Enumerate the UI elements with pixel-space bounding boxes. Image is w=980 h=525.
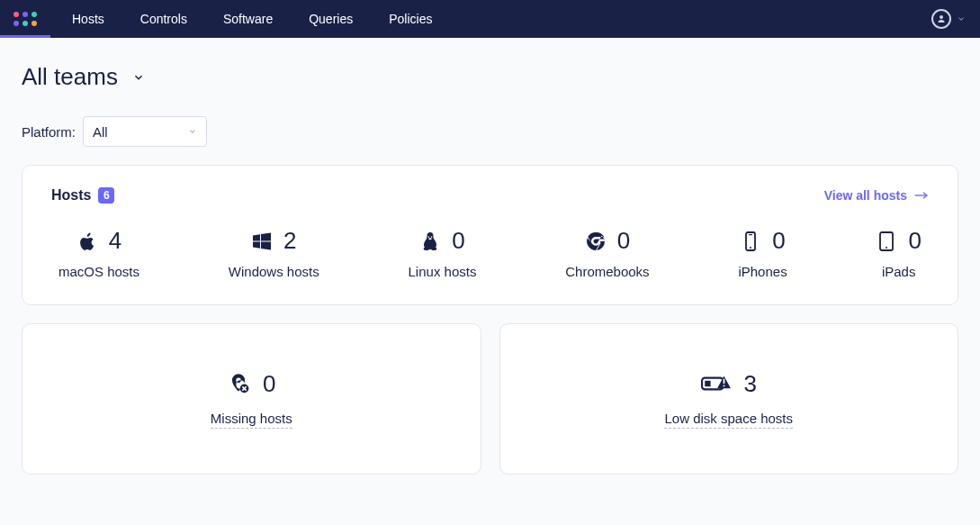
avatar-icon: [931, 9, 951, 29]
svg-point-5: [886, 247, 887, 249]
nav-queries[interactable]: Queries: [309, 12, 353, 26]
ipad-icon: [876, 231, 897, 252]
top-nav: Hosts Controls Software Queries Policies: [0, 0, 980, 38]
logo-dot: [22, 12, 28, 17]
platform-windows-label: Windows hosts: [229, 264, 319, 279]
platform-ipad-count: 0: [908, 227, 921, 255]
nav-hosts[interactable]: Hosts: [72, 12, 104, 26]
arrow-right-icon: [914, 190, 929, 201]
platform-macos-count: 4: [109, 227, 121, 255]
svg-point-3: [750, 247, 751, 249]
platform-chrome[interactable]: 0 Chromebooks: [565, 227, 649, 279]
platform-windows-count: 2: [283, 227, 296, 255]
platform-chrome-label: Chromebooks: [565, 264, 649, 279]
svg-rect-13: [723, 385, 724, 387]
linux-icon: [419, 231, 441, 252]
svg-rect-12: [723, 379, 724, 384]
nav-links: Hosts Controls Software Queries Policies: [50, 12, 931, 26]
platform-ipad-label: iPads: [882, 264, 916, 279]
platform-linux[interactable]: 0 Linux hosts: [409, 227, 477, 279]
hosts-total-badge: 6: [98, 187, 114, 204]
platform-select-value: All: [93, 124, 108, 140]
platform-filter-row: Platform: All: [22, 116, 958, 147]
platform-windows[interactable]: 2 Windows hosts: [229, 227, 319, 279]
logo-dot: [13, 21, 19, 26]
low-disk-label: Low disk space hosts: [664, 411, 793, 429]
iphone-icon: [740, 231, 761, 252]
apple-icon: [76, 231, 98, 252]
platform-iphone-count: 0: [772, 227, 785, 255]
nav-software[interactable]: Software: [223, 12, 273, 26]
platform-filter-label: Platform:: [22, 124, 76, 140]
hosts-card: Hosts 6 View all hosts 4 macOS hosts: [22, 165, 958, 305]
platform-ipad[interactable]: 0 iPads: [876, 227, 921, 279]
logo-dot: [13, 12, 19, 17]
chrome-icon: [585, 231, 607, 252]
logo[interactable]: [0, 0, 50, 38]
missing-hosts-count: 0: [263, 370, 275, 398]
team-selector[interactable]: All teams: [22, 63, 958, 91]
hosts-card-title: Hosts: [51, 187, 91, 204]
low-disk-card[interactable]: 3 Low disk space hosts: [499, 323, 959, 475]
platform-chrome-count: 0: [617, 227, 630, 255]
missing-host-icon: [227, 372, 250, 395]
user-menu[interactable]: [931, 9, 966, 29]
hosts-card-header: Hosts 6 View all hosts: [51, 187, 929, 204]
platform-macos[interactable]: 4 macOS hosts: [58, 227, 139, 279]
svg-rect-11: [705, 381, 710, 386]
hosts-card-title-wrap: Hosts 6: [51, 187, 114, 204]
chevron-down-icon: [132, 71, 145, 84]
low-disk-count: 3: [744, 370, 757, 398]
platform-iphone-label: iPhones: [738, 264, 787, 279]
view-all-hosts-link[interactable]: View all hosts: [824, 188, 929, 203]
chevron-down-icon: [957, 14, 966, 23]
svg-rect-2: [749, 234, 752, 235]
platform-iphone[interactable]: 0 iPhones: [738, 227, 787, 279]
platform-linux-count: 0: [452, 227, 464, 255]
windows-icon: [251, 231, 273, 252]
summary-cards: 0 Missing hosts 3 Low disk space hosts: [22, 323, 958, 475]
page-body: All teams Platform: All Hosts 6 View all…: [0, 38, 980, 500]
logo-dot: [31, 12, 37, 17]
missing-hosts-card[interactable]: 0 Missing hosts: [22, 323, 481, 475]
platform-select[interactable]: All: [83, 116, 207, 147]
logo-dots: [13, 12, 37, 26]
nav-controls[interactable]: Controls: [140, 12, 187, 26]
chevron-down-icon: [188, 127, 197, 136]
missing-hosts-label: Missing hosts: [211, 411, 292, 429]
logo-dot: [31, 21, 37, 26]
low-disk-icon: [701, 372, 732, 395]
page-title: All teams: [22, 63, 118, 91]
logo-dot: [22, 21, 28, 26]
platform-linux-label: Linux hosts: [409, 264, 477, 279]
platform-macos-label: macOS hosts: [58, 264, 139, 279]
nav-policies[interactable]: Policies: [389, 12, 432, 26]
view-all-hosts-label: View all hosts: [824, 188, 907, 203]
platform-grid: 4 macOS hosts 2 Windows hosts: [51, 227, 929, 279]
